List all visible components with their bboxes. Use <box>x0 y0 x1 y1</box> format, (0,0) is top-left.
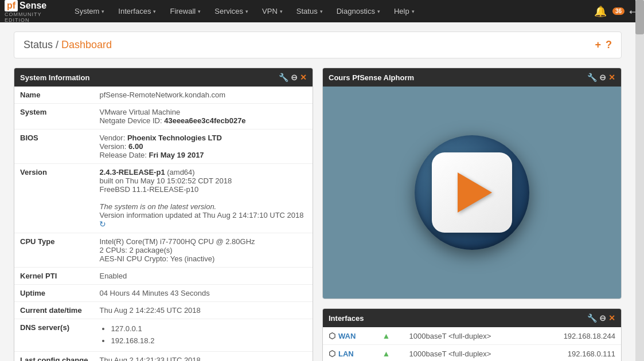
row-value: Thu Aug 2 14:22:45 UTC 2018 <box>93 302 313 319</box>
row-label: CPU Type <box>14 233 93 268</box>
alphorm-header-icons: 🔧 ⊖ ✕ <box>587 73 615 82</box>
iface-ip: 192.168.18.244 <box>533 327 621 345</box>
iface-cell: ⬡ LAN <box>323 345 377 362</box>
version-number: 2.4.3-RELEASE-p1 <box>99 168 165 176</box>
interfaces-header: Interfaces 🔧 ⊖ ✕ <box>323 309 621 327</box>
iface-speed: 1000baseT <full-duplex> <box>404 345 533 362</box>
logo-sense: Sense <box>19 1 46 11</box>
system-info-table: Name pfSense-RemoteNetwork.kondah.com Sy… <box>14 87 313 361</box>
update-message: The system is on the latest version. <box>99 202 216 211</box>
row-value: pfSense-RemoteNetwork.kondah.com <box>93 87 313 104</box>
up-arrow-icon: ▲ <box>383 331 391 340</box>
dns-entry: 127.0.0.1 <box>111 323 307 335</box>
chevron-down-icon: ▾ <box>153 9 156 14</box>
iface-ip: 192.168.0.111 <box>533 345 621 362</box>
nav-item-status[interactable]: Status ▾ <box>290 0 330 22</box>
alphorm-panel-body <box>323 87 621 299</box>
table-row: ⬡ LAN ▲ 1000baseT <full-duplex> 192.168.… <box>323 345 621 362</box>
up-arrow-icon: ▲ <box>383 349 391 358</box>
close-icon[interactable]: ✕ <box>300 73 307 82</box>
main-content: Status / Dashboard + ? System Informatio… <box>0 22 635 361</box>
help-button[interactable]: ? <box>606 39 612 51</box>
breadcrumb: Status / Dashboard + ? <box>14 32 622 58</box>
row-label: Last config change <box>14 351 93 361</box>
right-column: Cours PfSense Alphorm 🔧 ⊖ ✕ <box>322 68 622 361</box>
row-label: DNS server(s) <box>14 319 93 352</box>
interfaces-panel-body: ⬡ WAN ▲ 1000baseT <full-duplex> 192.168.… <box>323 327 621 361</box>
wrench-icon[interactable]: 🔧 <box>587 73 597 82</box>
breadcrumb-text: Status / Dashboard <box>24 39 112 51</box>
nav-item-services[interactable]: Services ▾ <box>208 0 255 22</box>
row-label: Version <box>14 164 93 233</box>
nav-item-diagnostics[interactable]: Diagnostics ▾ <box>330 0 387 22</box>
table-row: Uptime 04 Hours 44 Minutes 43 Seconds <box>14 285 313 302</box>
interfaces-panel: Interfaces 🔧 ⊖ ✕ ⬡ WAN <box>322 308 622 361</box>
nav-item-system[interactable]: System ▾ <box>68 0 111 22</box>
wrench-icon[interactable]: 🔧 <box>279 73 288 82</box>
row-label: Kernel PTI <box>14 268 93 285</box>
nav-item-vpn[interactable]: VPN ▾ <box>255 0 290 22</box>
network-icon: ⬡ <box>329 331 335 340</box>
chevron-down-icon: ▾ <box>198 9 201 14</box>
add-widget-button[interactable]: + <box>595 39 601 51</box>
table-row: CPU Type Intel(R) Core(TM) i7-7700HQ CPU… <box>14 233 313 268</box>
minimize-icon[interactable]: ⊖ <box>599 73 606 82</box>
iface-name-lan[interactable]: ⬡ LAN <box>329 349 371 358</box>
interfaces-header-icons: 🔧 ⊖ ✕ <box>587 313 615 323</box>
wrench-icon[interactable]: 🔧 <box>587 313 597 323</box>
dns-entry: 192.168.18.2 <box>111 335 307 347</box>
close-icon[interactable]: ✕ <box>608 73 615 82</box>
table-row: Version 2.4.3-RELEASE-p1 (amd64) built o… <box>14 164 313 233</box>
scrollbar[interactable] <box>635 0 644 361</box>
table-row: BIOS Vendor: Phoenix Technologies LTD Ve… <box>14 130 313 164</box>
nav-item-interfaces[interactable]: Interfaces ▾ <box>111 0 163 22</box>
row-label: Name <box>14 87 93 104</box>
row-value: Enabled <box>93 268 313 285</box>
logo-community: COMMUNITY EDITION <box>5 11 62 23</box>
chevron-down-icon: ▾ <box>280 9 283 14</box>
refresh-icon[interactable]: ↻ <box>99 219 106 229</box>
row-label: System <box>14 104 93 130</box>
interfaces-table: ⬡ WAN ▲ 1000baseT <full-duplex> 192.168.… <box>323 327 621 361</box>
minimize-icon[interactable]: ⊖ <box>599 313 606 323</box>
iface-name-wan[interactable]: ⬡ WAN <box>329 331 371 340</box>
brand: pf Sense COMMUNITY EDITION <box>5 2 62 21</box>
system-info-panel: System Information 🔧 ⊖ ✕ Name pfSense-Re… <box>14 68 313 361</box>
network-icon: ⬡ <box>329 349 335 358</box>
table-row: ⬡ WAN ▲ 1000baseT <full-duplex> 192.168.… <box>323 327 621 345</box>
close-icon[interactable]: ✕ <box>608 313 615 323</box>
alphorm-panel: Cours PfSense Alphorm 🔧 ⊖ ✕ <box>322 68 622 299</box>
play-button-3d[interactable] <box>415 135 529 250</box>
nav-menu: System ▾ Interfaces ▾ Firewall ▾ Service… <box>68 0 594 22</box>
dashboard-grid: System Information 🔧 ⊖ ✕ Name pfSense-Re… <box>14 68 622 361</box>
play-button-container <box>415 135 529 250</box>
nav-right: 🔔 36 ⮐ <box>594 5 639 18</box>
system-info-title: System Information <box>20 73 89 82</box>
table-row: DNS server(s) 127.0.0.1 192.168.18.2 <box>14 319 313 352</box>
play-triangle-icon <box>458 172 492 213</box>
breadcrumb-prefix: Status / <box>24 39 58 50</box>
iface-label: LAN <box>338 350 354 358</box>
table-row: Current date/time Thu Aug 2 14:22:45 UTC… <box>14 302 313 319</box>
minimize-icon[interactable]: ⊖ <box>291 73 298 82</box>
row-value: Thu Aug 2 14:21:33 UTC 2018 <box>93 351 313 361</box>
bios-version: 6.00 <box>128 142 143 151</box>
row-value: 127.0.0.1 192.168.18.2 <box>93 319 313 352</box>
breadcrumb-current: Dashboard <box>61 39 112 50</box>
iface-cell: ⬡ WAN <box>323 327 377 345</box>
iface-label: WAN <box>338 332 356 340</box>
chevron-down-icon: ▾ <box>102 9 104 14</box>
row-value: 2.4.3-RELEASE-p1 (amd64) built on Thu Ma… <box>93 164 313 233</box>
navbar: pf Sense COMMUNITY EDITION System ▾ Inte… <box>0 0 644 22</box>
iface-arrow-cell: ▲ <box>377 345 404 362</box>
bios-release: Fri May 19 2017 <box>149 151 204 159</box>
chevron-down-icon: ▾ <box>412 9 415 14</box>
logo-pf: pf <box>5 0 18 11</box>
nav-item-help[interactable]: Help ▾ <box>387 0 421 22</box>
row-label: Current date/time <box>14 302 93 319</box>
notification-badge[interactable]: 36 <box>612 7 625 15</box>
table-row: Last config change Thu Aug 2 14:21:33 UT… <box>14 351 313 361</box>
nav-item-firewall[interactable]: Firewall ▾ <box>163 0 208 22</box>
scrollbar-thumb[interactable] <box>635 0 644 34</box>
bell-icon[interactable]: 🔔 <box>594 5 607 18</box>
